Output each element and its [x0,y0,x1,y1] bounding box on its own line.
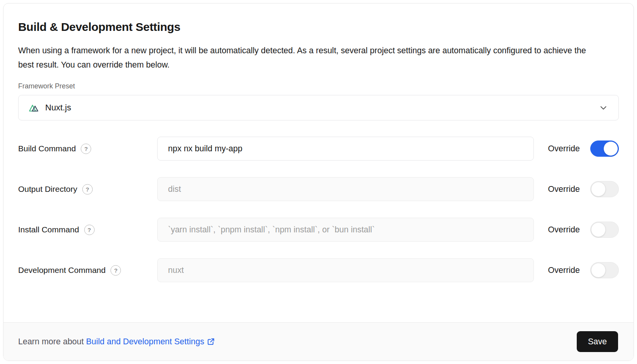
save-button[interactable]: Save [577,331,618,352]
card-body: Build & Development Settings When using … [3,3,634,299]
settings-rows: Build Command ? Override Output Director… [18,137,619,282]
row-label: Build Command ? [18,144,157,154]
toggle-knob [603,141,618,156]
development-command-label: Development Command [18,266,105,275]
nuxt-logo-icon [29,102,39,113]
row-label: Install Command ? [18,225,157,235]
learn-more-link-text: Build and Development Settings [86,337,204,347]
toggle-knob [591,263,606,278]
override-label: Override [548,225,580,235]
toggle-knob [591,182,606,196]
override-control: Override [534,141,619,157]
settings-description: When using a framework for a new project… [18,44,590,72]
override-label: Override [548,144,580,154]
build-command-label: Build Command [18,144,76,153]
output-directory-label: Output Directory [18,185,77,194]
learn-more-prefix: Learn more about [18,337,84,347]
help-question-icon[interactable]: ? [81,144,91,154]
help-question-icon[interactable]: ? [82,184,93,195]
build-settings-docs-link[interactable]: Build and Development Settings [86,337,215,347]
toggle-knob [591,222,606,237]
row-label: Output Directory ? [18,184,157,195]
output-directory-override-toggle[interactable] [590,181,619,197]
override-control: Override [534,262,619,278]
help-question-icon[interactable]: ? [110,265,121,276]
install-command-override-toggle[interactable] [590,222,619,238]
page-title: Build & Development Settings [18,20,619,34]
override-control: Override [534,181,619,197]
help-question-icon[interactable]: ? [84,225,95,235]
framework-preset-label: Framework Preset [18,82,619,90]
framework-preset-select[interactable]: Nuxt.js [18,95,619,120]
output-directory-row: Output Directory ? Override [18,177,619,201]
build-command-input[interactable] [157,137,534,161]
install-command-input [157,218,534,242]
development-command-override-toggle[interactable] [590,262,619,278]
development-command-input [157,258,534,282]
card-footer: Learn more about Build and Development S… [3,322,634,361]
override-label: Override [548,185,580,194]
override-label: Override [548,266,580,275]
chevron-down-icon [598,103,608,113]
external-link-icon [207,337,215,346]
framework-preset-value: Nuxt.js [45,103,71,113]
framework-preset-selected: Nuxt.js [29,102,71,113]
install-command-row: Install Command ? Override [18,218,619,242]
output-directory-input [157,177,534,201]
development-command-row: Development Command ? Override [18,258,619,282]
build-settings-card: Build & Development Settings When using … [3,3,634,361]
row-label: Development Command ? [18,265,157,276]
learn-more-text: Learn more about Build and Development S… [18,337,215,347]
build-command-override-toggle[interactable] [590,141,619,157]
install-command-label: Install Command [18,225,79,234]
build-command-row: Build Command ? Override [18,137,619,161]
override-control: Override [534,222,619,238]
